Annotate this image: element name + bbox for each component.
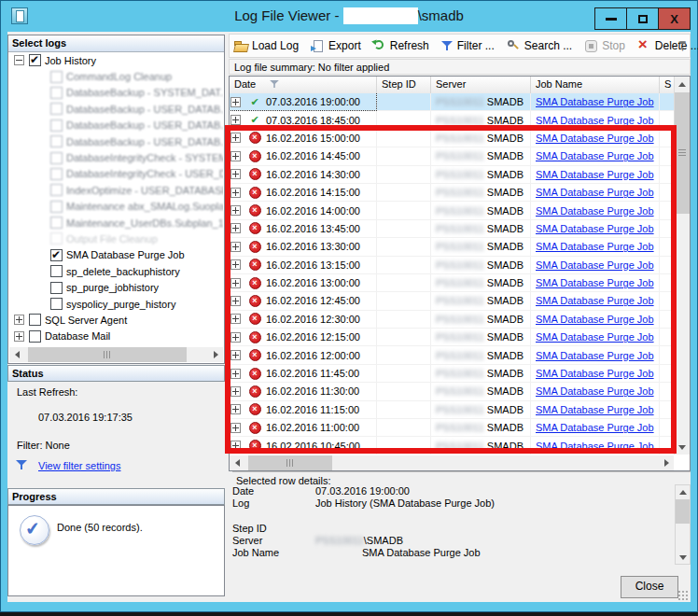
scroll-down-arrow-icon[interactable] bbox=[676, 551, 690, 564]
row-expand-cell[interactable] bbox=[230, 383, 246, 399]
table-row[interactable]: ×16.02.2016 15:00:00PSS10011 SMADBSMA Da… bbox=[230, 130, 674, 147]
tree-checkbox[interactable] bbox=[29, 330, 41, 343]
column-header-step-id[interactable]: Step ID bbox=[377, 77, 431, 93]
expand-icon[interactable] bbox=[230, 278, 241, 288]
details-vertical-scrollbar[interactable] bbox=[675, 484, 691, 565]
row-expand-cell[interactable] bbox=[230, 202, 246, 218]
row-expand-cell[interactable] bbox=[230, 311, 246, 328]
job-name-link[interactable]: SMA Database Purge Job bbox=[536, 259, 654, 271]
job-name-link[interactable]: SMA Database Purge Job bbox=[536, 169, 654, 180]
row-expand-cell[interactable] bbox=[230, 329, 246, 345]
row-expand-cell[interactable] bbox=[230, 292, 246, 309]
row-expand-cell[interactable] bbox=[230, 437, 246, 454]
toolbar-button-delete----[interactable]: Delete ... bbox=[637, 39, 698, 52]
job-name-link[interactable]: SMA Database Purge Job bbox=[536, 277, 654, 288]
expand-icon[interactable] bbox=[230, 314, 241, 324]
job-name-link[interactable]: SMA Database Purge Job bbox=[536, 223, 654, 234]
tree-checkbox[interactable] bbox=[50, 135, 63, 147]
table-row[interactable]: ×16.02.2016 10:45:00PSS10011 SMADBSMA Da… bbox=[230, 437, 674, 455]
tree-item-databaseintegritycheck---system---[interactable]: DatabaseIntegrityCheck - SYSTEM... bbox=[9, 149, 223, 165]
tree-item-output-file-cleanup[interactable]: Output File Cleanup bbox=[9, 231, 223, 246]
table-row[interactable]: ×16.02.2016 11:30:00PSS10011 SMADBSMA Da… bbox=[230, 383, 674, 400]
table-row[interactable]: ×16.02.2016 13:15:00PSS10011 SMADBSMA Da… bbox=[230, 257, 674, 274]
tree-checkbox[interactable] bbox=[50, 232, 63, 245]
job-name-link[interactable]: SMA Database Purge Job bbox=[536, 96, 654, 107]
expand-icon[interactable] bbox=[230, 296, 241, 306]
toolbar-button-filter----[interactable]: Filter ... bbox=[441, 39, 495, 52]
close-window-button[interactable]: X bbox=[658, 7, 691, 30]
tree-item-databasebackup---user-datab---[interactable]: DatabaseBackup - USER_DATAB... bbox=[9, 118, 223, 133]
expand-icon[interactable] bbox=[230, 386, 241, 397]
toolbar-button-load-log[interactable]: Load Log bbox=[234, 39, 299, 52]
expand-icon[interactable] bbox=[230, 205, 241, 216]
table-row[interactable]: ×16.02.2016 13:00:00PSS10011 SMADBSMA Da… bbox=[230, 274, 674, 292]
tree-checkbox[interactable] bbox=[50, 152, 63, 164]
row-expand-cell[interactable] bbox=[230, 365, 246, 382]
scroll-right-arrow-icon[interactable] bbox=[659, 455, 674, 470]
toolbar-button-refresh[interactable]: Refresh bbox=[373, 39, 429, 52]
expand-icon[interactable] bbox=[230, 423, 241, 433]
maximize-button[interactable] bbox=[626, 7, 659, 30]
row-expand-cell[interactable] bbox=[230, 130, 246, 147]
tree-checkbox[interactable] bbox=[50, 71, 63, 83]
toolbar-button-search----[interactable]: Search ... bbox=[507, 39, 572, 52]
toolbar-button-export[interactable]: Export bbox=[311, 39, 361, 52]
scroll-down-arrow-icon[interactable] bbox=[675, 440, 690, 455]
toolbar-button-stop[interactable]: Stop bbox=[584, 39, 625, 52]
job-name-link[interactable]: SMA Database Purge Job bbox=[536, 187, 654, 198]
job-name-link[interactable]: SMA Database Purge Job bbox=[536, 404, 654, 415]
tree-item-databasebackup---system-dat---[interactable]: DatabaseBackup - SYSTEM_DAT... bbox=[9, 85, 223, 101]
expand-icon[interactable] bbox=[230, 188, 241, 198]
expand-icon[interactable] bbox=[230, 133, 241, 143]
tree-item-databaseintegritycheck---user-d---[interactable]: DatabaseIntegrityCheck - USER_D... bbox=[9, 166, 223, 182]
grid-horizontal-scrollbar[interactable] bbox=[230, 455, 674, 470]
view-filter-settings-link[interactable]: View filter settings bbox=[38, 460, 120, 471]
row-expand-cell[interactable] bbox=[230, 166, 246, 183]
job-name-link[interactable]: SMA Database Purge Job bbox=[536, 441, 654, 452]
tree-checkbox[interactable] bbox=[50, 184, 63, 196]
job-name-link[interactable]: SMA Database Purge Job bbox=[536, 295, 654, 306]
tree-item-commandlog-cleanup[interactable]: CommandLog Cleanup bbox=[9, 68, 223, 84]
scroll-right-arrow-icon[interactable] bbox=[208, 347, 223, 362]
table-row[interactable]: ×16.02.2016 14:15:00PSS10011 SMADBSMA Da… bbox=[230, 184, 674, 202]
tree-item-syspolicy-purge-history[interactable]: syspolicy_purge_history bbox=[9, 296, 223, 312]
expand-icon[interactable] bbox=[230, 115, 241, 125]
tree-checkbox[interactable] bbox=[50, 249, 63, 261]
expand-icon[interactable] bbox=[230, 223, 241, 233]
job-name-link[interactable]: SMA Database Purge Job bbox=[536, 385, 654, 397]
job-name-link[interactable]: SMA Database Purge Job bbox=[536, 350, 654, 361]
scroll-left-arrow-icon[interactable] bbox=[9, 347, 24, 362]
toolbar-overflow-icon[interactable]: ▬▾ bbox=[677, 39, 688, 52]
column-header-date[interactable]: Date bbox=[230, 77, 377, 93]
scroll-up-arrow-icon[interactable] bbox=[676, 485, 690, 498]
table-row[interactable]: ✔07.03.2016 19:00:00PSS10011 SMADBSMA Da… bbox=[230, 93, 674, 111]
job-name-link[interactable]: SMA Database Purge Job bbox=[536, 205, 654, 217]
column-header-server[interactable]: Server bbox=[431, 77, 531, 93]
table-row[interactable]: ×16.02.2016 12:00:00PSS10011 SMADBSMA Da… bbox=[230, 346, 674, 364]
tree-checkbox[interactable] bbox=[50, 265, 63, 277]
table-row[interactable]: ✔07.03.2016 18:45:00PSS10011 SMADBSMA Da… bbox=[230, 111, 674, 129]
minimize-button[interactable] bbox=[594, 7, 627, 30]
grid-scrollbar-thumb[interactable] bbox=[675, 92, 690, 214]
job-name-link[interactable]: SMA Database Purge Job bbox=[536, 331, 654, 343]
row-expand-cell[interactable] bbox=[230, 147, 246, 164]
expand-icon[interactable] bbox=[14, 331, 24, 342]
table-row[interactable]: ×16.02.2016 12:15:00PSS10011 SMADBSMA Da… bbox=[230, 329, 674, 346]
row-expand-cell[interactable] bbox=[230, 257, 246, 273]
table-row[interactable]: ×16.02.2016 13:45:00PSS10011 SMADBSMA Da… bbox=[230, 220, 674, 238]
tree-item-sma-database-purge-job[interactable]: SMA Database Purge Job bbox=[9, 247, 223, 263]
tree-checkbox[interactable] bbox=[50, 119, 63, 132]
grid-vertical-scrollbar[interactable] bbox=[674, 77, 690, 455]
row-expand-cell[interactable] bbox=[230, 401, 246, 418]
tree-checkbox[interactable] bbox=[29, 314, 41, 326]
table-row[interactable]: ×16.02.2016 13:30:00PSS10011 SMADBSMA Da… bbox=[230, 238, 674, 256]
table-row[interactable]: ×16.02.2016 14:30:00PSS10011 SMADBSMA Da… bbox=[230, 166, 674, 184]
expand-icon[interactable] bbox=[230, 151, 241, 161]
expand-icon[interactable] bbox=[230, 332, 241, 343]
expand-icon[interactable] bbox=[230, 369, 241, 379]
table-row[interactable]: ×16.02.2016 14:00:00PSS10011 SMADBSMA Da… bbox=[230, 202, 674, 219]
grid-h-scrollbar-thumb[interactable] bbox=[248, 455, 332, 470]
job-name-link[interactable]: SMA Database Purge Job bbox=[536, 368, 654, 379]
scroll-left-arrow-icon[interactable] bbox=[230, 455, 244, 470]
expand-icon[interactable] bbox=[14, 315, 24, 325]
